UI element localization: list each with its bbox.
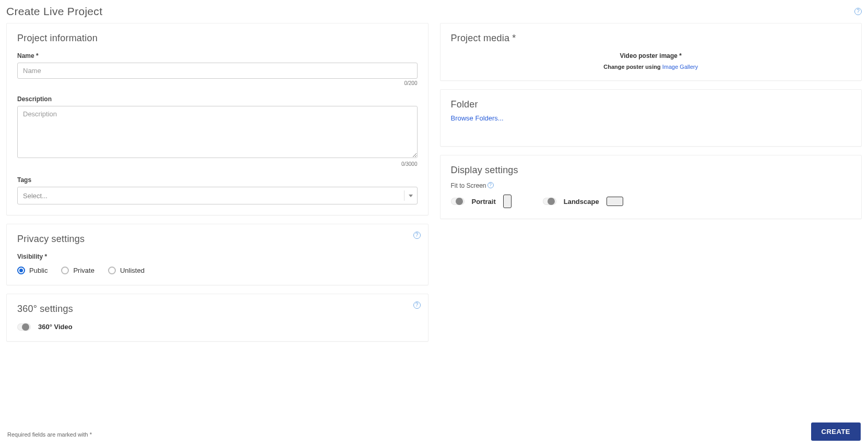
radio-label-public: Public: [29, 267, 47, 274]
name-label: Name *: [17, 52, 418, 59]
radio-icon: [61, 267, 69, 274]
image-gallery-link[interactable]: Image Gallery: [662, 64, 698, 70]
tags-label: Tags: [17, 176, 418, 184]
privacy-card: ? Privacy settings Visibility * Public P…: [6, 224, 429, 285]
page-title: Create Live Project: [6, 5, 102, 18]
description-label: Description: [17, 95, 418, 103]
landscape-device-icon: [607, 197, 623, 206]
change-poster-text: Change poster using: [603, 64, 662, 70]
name-input[interactable]: [17, 63, 418, 79]
project-info-title: Project information: [17, 33, 418, 44]
radio-public[interactable]: Public: [17, 267, 47, 274]
radio-label-private: Private: [73, 267, 94, 274]
description-char-count: 0/3000: [17, 161, 418, 167]
select-divider: [404, 190, 405, 201]
visibility-label: Visibility *: [17, 253, 418, 260]
radio-label-unlisted: Unlisted: [120, 267, 145, 274]
description-input[interactable]: [17, 106, 418, 158]
display-settings-card: Display settings Fit to Screen? Portrait…: [440, 155, 862, 219]
radio-icon: [17, 267, 25, 274]
poster-label: Video poster image *: [451, 52, 851, 59]
project-media-title: Project media *: [451, 33, 851, 44]
portrait-device-icon: [503, 195, 512, 208]
help-icon[interactable]: ?: [487, 182, 494, 188]
folder-card: Folder Browse Folders...: [440, 89, 862, 147]
chevron-down-icon: [409, 195, 413, 197]
tags-select[interactable]: Select...: [17, 187, 418, 204]
tags-placeholder: Select...: [23, 192, 400, 200]
name-char-count: 0/200: [17, 80, 418, 86]
required-note: Required fields are marked with *: [7, 431, 861, 438]
footer-bar: Required fields are marked with * CREATE: [0, 427, 868, 447]
settings-360-card: ? 360° settings 360° Video: [6, 294, 429, 342]
landscape-label: Landscape: [564, 198, 599, 206]
toggle-portrait[interactable]: [451, 198, 465, 205]
project-info-card: Project information Name * 0/200 Descrip…: [6, 23, 429, 215]
toggle-360-label: 360° Video: [38, 323, 73, 331]
radio-unlisted[interactable]: Unlisted: [108, 267, 145, 274]
help-icon[interactable]: ?: [854, 8, 862, 15]
toggle-landscape[interactable]: [543, 198, 556, 205]
folder-title: Folder: [451, 99, 851, 110]
project-media-card: Project media * Video poster image * Cha…: [440, 23, 862, 81]
portrait-label: Portrait: [472, 198, 496, 206]
radio-icon: [108, 267, 116, 274]
radio-private[interactable]: Private: [61, 267, 94, 274]
create-button[interactable]: CREATE: [811, 422, 861, 441]
toggle-360-video[interactable]: [17, 323, 31, 331]
help-icon[interactable]: ?: [413, 301, 421, 309]
display-settings-title: Display settings: [451, 165, 851, 176]
privacy-title: Privacy settings: [17, 234, 418, 245]
settings-360-title: 360° settings: [17, 304, 418, 315]
fit-to-screen-label: Fit to Screen: [451, 182, 486, 189]
help-icon[interactable]: ?: [413, 232, 421, 239]
browse-folders-link[interactable]: Browse Folders...: [451, 114, 504, 122]
